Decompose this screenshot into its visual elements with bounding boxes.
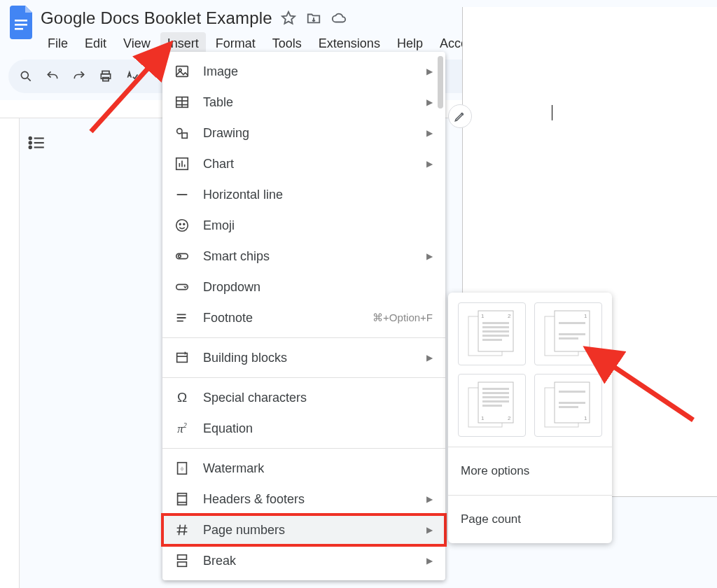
chevron-right-icon: ▶ [426,353,433,363]
chevron-right-icon: ▶ [426,66,433,76]
svg-line-58 [591,351,693,420]
svg-rect-1 [15,24,27,26]
svg-text:1: 1 [481,313,485,319]
svg-rect-2 [15,28,23,30]
menu-item-label: Headers & footers [203,492,414,507]
svg-rect-45 [482,392,509,394]
menu-item-horizontal-line[interactable]: Horizontal line [162,179,445,210]
chevron-right-icon: ▶ [426,97,433,107]
svg-rect-33 [482,330,509,332]
undo-icon[interactable] [45,69,60,84]
svg-rect-32 [482,326,509,328]
divider [162,337,445,338]
hline-icon [174,186,190,203]
svg-rect-31 [482,322,509,324]
svg-rect-47 [482,400,509,402]
chevron-right-icon: ▶ [426,494,433,504]
search-icon[interactable] [18,69,34,84]
menu-item-label: Horizontal line [203,188,433,202]
pagenum-header-all[interactable]: 12 [458,302,526,365]
insert-dropdown: Image▶Table▶Drawing▶Chart▶Horizontal lin… [162,52,445,580]
svg-rect-40 [559,333,585,335]
chevron-right-icon: ▶ [426,159,433,169]
hash-icon [174,522,190,538]
svg-point-17 [179,223,181,225]
svg-rect-22 [177,354,188,363]
svg-rect-14 [182,133,187,138]
menu-item-label: Special characters [203,391,433,405]
menu-item-label: Page numbers [203,523,414,538]
svg-rect-41 [559,337,578,340]
page-count-item[interactable]: Page count [458,505,602,533]
menu-item-footnote[interactable]: Footnote⌘+Option+F [162,302,445,333]
svg-rect-55 [559,406,578,408]
chips-icon [174,248,190,265]
svg-rect-26 [178,562,187,566]
menu-item-watermark[interactable]: Watermark [162,453,445,484]
menu-item-break[interactable]: Break▶ [162,545,445,576]
menu-item-label: Dropdown [203,280,433,295]
pi-icon: π2 [174,420,190,437]
footnote-icon [174,309,190,326]
chevron-right-icon: ▶ [426,556,433,566]
menu-item-special-characters[interactable]: ΩSpecial characters [162,382,445,413]
svg-point-16 [176,220,188,232]
annotation-arrow-insert [84,41,182,139]
svg-rect-48 [482,405,502,407]
menu-item-label: Smart chips [203,249,414,264]
cloud-icon[interactable] [331,10,347,26]
blocks-icon [174,349,190,366]
menu-item-building-blocks[interactable]: Building blocks▶ [162,342,445,373]
menu-item-headers-footers[interactable]: Headers & footers▶ [162,484,445,514]
svg-point-9 [29,146,32,148]
docs-logo[interactable] [8,6,36,39]
text-cursor [552,105,552,120]
svg-text:1: 1 [584,313,587,319]
svg-rect-46 [482,396,509,398]
edit-mode-icon[interactable] [448,104,472,128]
menu-item-dropdown[interactable]: Dropdown [162,272,445,302]
menu-item-label: Table [203,95,414,110]
svg-point-20 [179,255,181,258]
menu-item-emoji[interactable]: Emoji [162,210,445,241]
move-icon[interactable] [306,10,321,26]
menu-item-drawing[interactable]: Drawing▶ [162,118,445,148]
more-options-item[interactable]: More options [458,457,602,485]
pagenum-footer-all[interactable]: 12 [458,374,526,437]
svg-rect-35 [482,339,502,341]
document-title[interactable]: Google Docs Booklet Example [41,8,272,28]
menu-item-label: Watermark [203,461,433,476]
menu-item-label: Building blocks [203,351,414,365]
menu-item-label: Footnote [203,311,360,326]
menu-item-label: Emoji [203,218,433,233]
menu-file[interactable]: File [41,32,75,55]
shortcut-label: ⌘+Option+F [373,312,433,324]
svg-rect-44 [482,388,509,390]
svg-text:2: 2 [508,313,511,319]
svg-point-3 [21,71,28,78]
svg-rect-34 [482,335,509,337]
menu-item-label: Image [203,64,414,79]
omega-icon: Ω [174,389,190,406]
headers-icon [174,491,190,507]
annotation-arrow-thumb [581,343,700,427]
divider [162,377,445,378]
chevron-right-icon: ▶ [426,525,433,535]
svg-point-18 [183,223,185,225]
menu-item-smart-chips[interactable]: Smart chips▶ [162,241,445,272]
star-icon[interactable] [281,10,296,26]
emoji-icon [174,217,190,234]
menu-item-table[interactable]: Table▶ [162,87,445,118]
menu-item-image[interactable]: Image▶ [162,56,445,87]
divider [162,448,445,449]
svg-line-57 [91,48,167,132]
menu-item-label: Break [203,554,414,568]
divider [448,495,612,496]
menu-item-page-numbers[interactable]: Page numbers▶ [162,514,445,545]
menu-item-equation[interactable]: π2Equation [162,413,445,444]
chevron-right-icon: ▶ [426,128,433,138]
menu-item-chart[interactable]: Chart▶ [162,148,445,179]
menu-item-label: Equation [203,421,433,436]
vertical-ruler[interactable] [0,118,20,588]
outline-icon[interactable] [28,135,46,588]
